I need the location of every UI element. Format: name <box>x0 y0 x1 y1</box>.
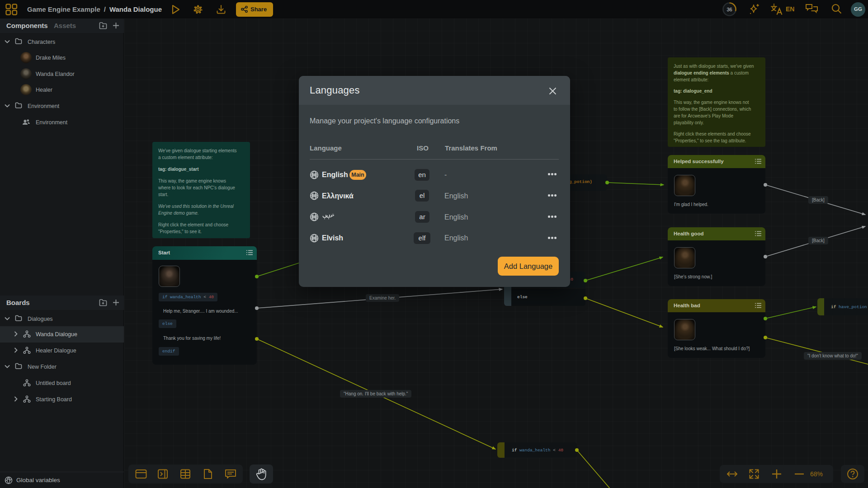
svg-text:36: 36 <box>726 7 732 12</box>
